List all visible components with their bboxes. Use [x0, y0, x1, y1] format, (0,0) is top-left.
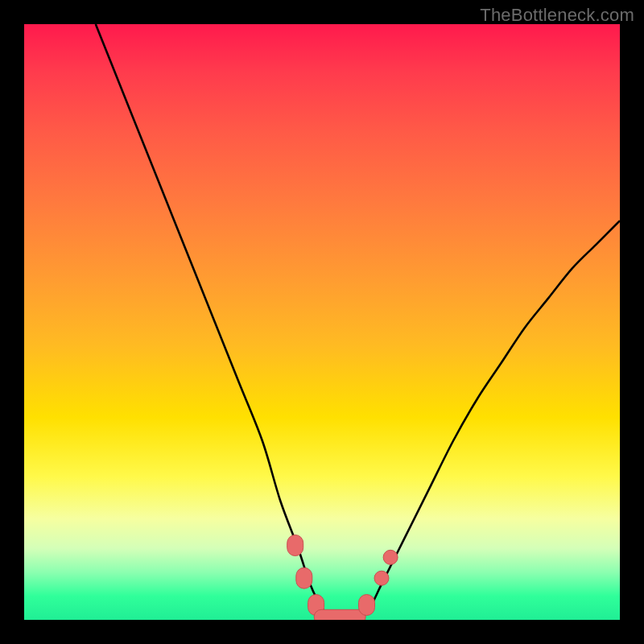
plot-area [24, 24, 620, 620]
curve-marker [287, 535, 303, 556]
curve-marker [383, 550, 398, 564]
curve-marker [296, 568, 312, 588]
curve-marker [374, 571, 389, 585]
curve-marker [359, 595, 375, 616]
chart-frame: TheBottleneck.com [0, 0, 644, 644]
watermark-text: TheBottleneck.com [480, 5, 634, 26]
bottleneck-curve [96, 24, 620, 620]
marker-layer [287, 535, 398, 621]
curve-marker [314, 609, 365, 620]
curve-marker [308, 595, 324, 616]
curve-svg [24, 24, 620, 620]
